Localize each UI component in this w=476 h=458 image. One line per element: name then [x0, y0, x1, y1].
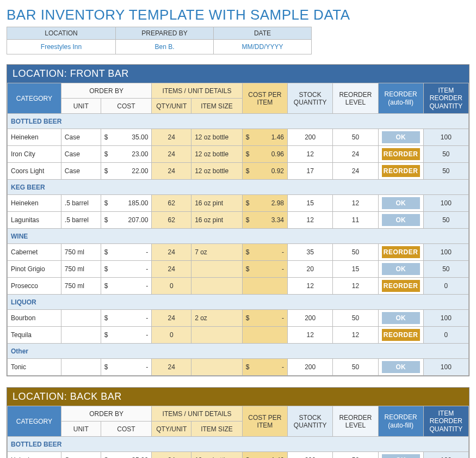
item-qty-per-unit[interactable]: 24	[152, 452, 191, 459]
item-cost[interactable]: $-	[101, 310, 152, 327]
item-stock-qty[interactable]: 15	[288, 195, 333, 212]
item-reorder-qty[interactable]: 50	[423, 146, 468, 163]
item-qty-per-unit[interactable]: 62	[152, 195, 191, 212]
item-name[interactable]: Bourbon	[8, 310, 61, 327]
item-reorder-level[interactable]: 11	[333, 212, 378, 229]
item-unit[interactable]: Case	[61, 452, 101, 459]
item-reorder-level[interactable]: 50	[333, 244, 378, 261]
item-unit[interactable]: 750 ml	[61, 244, 101, 261]
item-cost[interactable]: $22.00	[101, 163, 152, 180]
item-size[interactable]: 12 oz bottle	[191, 146, 243, 163]
item-name[interactable]: Coors Light	[8, 163, 61, 180]
item-stock-qty[interactable]: 20	[288, 261, 333, 278]
item-stock-qty[interactable]: 200	[288, 359, 333, 376]
item-reorder-qty[interactable]: 100	[423, 359, 468, 376]
item-stock-qty[interactable]: 200	[288, 129, 333, 146]
item-cost[interactable]: $-	[101, 327, 152, 344]
item-reorder-qty[interactable]: 100	[423, 452, 468, 459]
item-cost[interactable]: $-	[101, 244, 152, 261]
item-size[interactable]	[191, 327, 243, 344]
item-stock-qty[interactable]: 200	[288, 310, 333, 327]
item-name[interactable]: Tonic	[8, 359, 61, 376]
item-reorder-qty[interactable]: 100	[423, 195, 468, 212]
item-reorder-qty[interactable]: 50	[423, 212, 468, 229]
item-reorder-level[interactable]: 50	[333, 452, 378, 459]
item-unit[interactable]: Case	[61, 129, 101, 146]
item-name[interactable]: Iron City	[8, 146, 61, 163]
item-cost[interactable]: $185.00	[101, 195, 152, 212]
item-unit[interactable]: .5 barrel	[61, 195, 101, 212]
item-name[interactable]: Heineken	[8, 195, 61, 212]
item-cost[interactable]: $-	[101, 359, 152, 376]
item-unit[interactable]: .5 barrel	[61, 212, 101, 229]
item-stock-qty[interactable]: 12	[288, 327, 333, 344]
item-size[interactable]: 7 oz	[191, 244, 243, 261]
item-qty-per-unit[interactable]: 62	[152, 212, 191, 229]
item-size[interactable]: 16 oz pint	[191, 195, 243, 212]
item-name[interactable]: Lagunitas	[8, 212, 61, 229]
item-qty-per-unit[interactable]: 24	[152, 244, 191, 261]
item-reorder-qty[interactable]: 50	[423, 163, 468, 180]
item-reorder-qty[interactable]: 100	[423, 310, 468, 327]
item-reorder-level[interactable]: 24	[333, 146, 378, 163]
item-qty-per-unit[interactable]: 24	[152, 261, 191, 278]
item-name[interactable]: Heineken	[8, 129, 61, 146]
info-location-value[interactable]: Freestyles Inn	[7, 40, 116, 54]
item-name[interactable]: Tequila	[8, 327, 61, 344]
item-unit[interactable]	[61, 359, 101, 376]
item-cost[interactable]: $207.00	[101, 212, 152, 229]
item-name[interactable]: Prosecco	[8, 278, 61, 295]
item-name[interactable]: Pinot Grigio	[8, 261, 61, 278]
item-cost[interactable]: $23.00	[101, 146, 152, 163]
item-cost[interactable]: $-	[101, 278, 152, 295]
item-reorder-level[interactable]: 24	[333, 163, 378, 180]
item-reorder-qty[interactable]: 0	[423, 278, 468, 295]
item-stock-qty[interactable]: 200	[288, 452, 333, 459]
item-reorder-level[interactable]: 50	[333, 359, 378, 376]
item-reorder-qty[interactable]: 0	[423, 327, 468, 344]
item-reorder-level[interactable]: 12	[333, 195, 378, 212]
item-reorder-qty[interactable]: 100	[423, 244, 468, 261]
item-unit[interactable]: Case	[61, 146, 101, 163]
item-size[interactable]	[191, 261, 243, 278]
item-unit[interactable]: Case	[61, 163, 101, 180]
item-reorder-qty[interactable]: 50	[423, 261, 468, 278]
item-qty-per-unit[interactable]: 0	[152, 278, 191, 295]
item-size[interactable]: 2 oz	[191, 310, 243, 327]
item-cost[interactable]: $35.00	[101, 452, 152, 459]
item-unit[interactable]	[61, 310, 101, 327]
info-prepared-value[interactable]: Ben B.	[116, 40, 214, 54]
item-cost[interactable]: $-	[101, 261, 152, 278]
item-stock-qty[interactable]: 35	[288, 244, 333, 261]
item-size[interactable]	[191, 278, 243, 295]
item-stock-qty[interactable]: 12	[288, 278, 333, 295]
info-date-value[interactable]: MM/DD/YYYY	[214, 40, 312, 54]
item-size[interactable]: 12 oz bottle	[191, 163, 243, 180]
item-qty-per-unit[interactable]: 24	[152, 129, 191, 146]
item-name[interactable]: Heineken	[8, 452, 61, 459]
item-cost[interactable]: $35.00	[101, 129, 152, 146]
item-stock-qty[interactable]: 12	[288, 212, 333, 229]
item-stock-qty[interactable]: 12	[288, 146, 333, 163]
item-reorder-level[interactable]: 50	[333, 129, 378, 146]
item-stock-qty[interactable]: 17	[288, 163, 333, 180]
inventory-section: LOCATION: FRONT BARCATEGORYORDER BYITEMS…	[7, 64, 469, 376]
item-qty-per-unit[interactable]: 24	[152, 359, 191, 376]
item-reorder-level[interactable]: 12	[333, 327, 378, 344]
item-reorder-level[interactable]: 15	[333, 261, 378, 278]
item-qty-per-unit[interactable]: 24	[152, 146, 191, 163]
item-reorder-qty[interactable]: 100	[423, 129, 468, 146]
item-unit[interactable]: 750 ml	[61, 278, 101, 295]
item-size[interactable]: 12 oz bottle	[191, 452, 243, 459]
item-size[interactable]: 12 oz bottle	[191, 129, 243, 146]
item-reorder-level[interactable]: 12	[333, 278, 378, 295]
item-unit[interactable]: 750 ml	[61, 261, 101, 278]
item-reorder-level[interactable]: 50	[333, 310, 378, 327]
item-unit[interactable]	[61, 327, 101, 344]
item-size[interactable]: 16 oz pint	[191, 212, 243, 229]
item-qty-per-unit[interactable]: 24	[152, 310, 191, 327]
item-size[interactable]	[191, 359, 243, 376]
item-qty-per-unit[interactable]: 0	[152, 327, 191, 344]
item-qty-per-unit[interactable]: 24	[152, 163, 191, 180]
item-name[interactable]: Cabernet	[8, 244, 61, 261]
